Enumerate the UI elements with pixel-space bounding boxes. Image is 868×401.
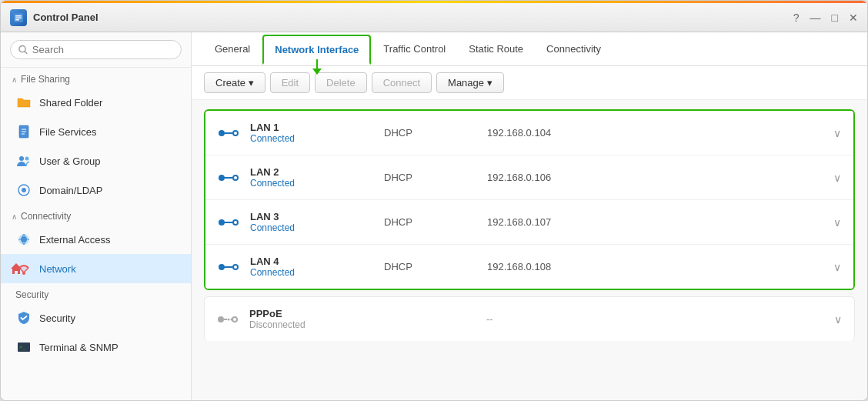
lan2-status[interactable]: Connected — [250, 178, 373, 189]
lan2-type: DHCP — [384, 172, 476, 183]
lan1-name: LAN 1 — [250, 122, 373, 133]
security-icon — [16, 310, 32, 326]
terminal-icon: >_ — [16, 339, 32, 355]
lan2-name-group: LAN 2 Connected — [250, 166, 373, 189]
svg-point-10 — [19, 156, 24, 161]
content-area: General Network Interface Traffic Contro… — [192, 32, 867, 400]
sidebar-item-label: External Access — [39, 234, 111, 246]
edit-button[interactable]: Edit — [270, 72, 310, 93]
sidebar-item-user-group[interactable]: User & Group — [1, 146, 191, 175]
delete-button[interactable]: Delete — [315, 72, 367, 93]
table-row[interactable]: LAN 3 Connected DHCP 192.168.0.107 ∨ — [205, 200, 853, 245]
section-label: File Sharing — [21, 74, 70, 85]
svg-point-24 — [219, 175, 225, 181]
sidebar-search-container — [1, 32, 191, 68]
help-button[interactable]: ? — [793, 12, 800, 23]
arrow-head — [312, 69, 322, 75]
main-layout: ∧ File Sharing Shared Folder — [1, 32, 867, 400]
highlighted-lan-group: LAN 1 Connected DHCP 192.168.0.104 ∨ — [204, 109, 855, 290]
lan-connected-icon — [218, 216, 239, 229]
lan1-type: DHCP — [384, 127, 476, 139]
lan1-expand-icon[interactable]: ∨ — [833, 127, 841, 139]
sidebar-item-network[interactable]: Network — [1, 254, 191, 283]
lan4-ip: 192.168.0.108 — [487, 261, 823, 272]
sidebar-item-label: File Services — [39, 126, 96, 138]
external-access-icon — [16, 232, 32, 247]
search-box[interactable] — [10, 40, 182, 59]
svg-point-27 — [234, 176, 237, 179]
svg-point-38 — [228, 318, 230, 320]
lan-connected-icon — [218, 126, 239, 140]
section-file-sharing[interactable]: ∧ File Sharing — [1, 68, 191, 88]
connect-button[interactable]: Connect — [372, 72, 432, 93]
close-button[interactable]: ✕ — [849, 12, 858, 23]
app-title: Control Panel — [33, 12, 793, 23]
svg-rect-1 — [15, 15, 22, 17]
table-row[interactable]: LAN 4 Connected DHCP 192.168.0.108 ∨ — [205, 245, 853, 289]
sidebar-item-label: Terminal & SNMP — [39, 342, 119, 353]
pppoe-ip: -- — [486, 313, 823, 325]
maximize-button[interactable]: □ — [832, 12, 838, 23]
lan4-name: LAN 4 — [250, 256, 373, 267]
svg-point-13 — [22, 188, 26, 192]
svg-point-35 — [234, 266, 237, 269]
pppoe-icon — [217, 312, 239, 326]
lan4-expand-icon[interactable]: ∨ — [833, 261, 841, 273]
app-icon — [10, 9, 27, 26]
lan4-type: DHCP — [384, 261, 476, 272]
titlebar: Control Panel ? — □ ✕ — [1, 3, 867, 32]
lan3-expand-icon[interactable]: ∨ — [833, 216, 841, 229]
section-security[interactable]: Security — [1, 283, 191, 303]
svg-point-31 — [234, 221, 237, 224]
table-row[interactable]: PPPoE Disconnected -- ∨ — [204, 296, 855, 341]
users-icon — [16, 153, 32, 169]
sidebar-item-label: Security — [39, 312, 75, 324]
lan4-status[interactable]: Connected — [250, 267, 373, 278]
svg-rect-3 — [15, 19, 19, 21]
sidebar-item-terminal[interactable]: >_ Terminal & SNMP — [1, 332, 191, 362]
sidebar-item-shared-folder[interactable]: Shared Folder — [1, 88, 191, 117]
tab-connectivity[interactable]: Connectivity — [536, 35, 612, 62]
lan3-ip: 192.168.0.107 — [487, 216, 823, 228]
control-panel-window: Control Panel ? — □ ✕ ∧ — [0, 0, 868, 401]
svg-rect-2 — [15, 17, 22, 18]
table-row[interactable]: LAN 1 Connected DHCP 192.168.0.104 ∨ — [205, 111, 853, 155]
sidebar-item-file-services[interactable]: File Services — [1, 117, 191, 146]
lan3-name: LAN 3 — [250, 211, 373, 222]
tab-traffic-control[interactable]: Traffic Control — [372, 35, 456, 62]
search-input[interactable] — [32, 44, 173, 55]
svg-point-23 — [234, 132, 237, 135]
create-button[interactable]: Create ▾ — [204, 72, 265, 93]
lan2-expand-icon[interactable]: ∨ — [833, 172, 841, 184]
tab-static-route[interactable]: Static Route — [458, 35, 534, 62]
arrow-line — [316, 59, 318, 69]
sidebar-item-external-access[interactable]: External Access — [1, 225, 191, 254]
svg-point-11 — [25, 157, 29, 161]
svg-text:>_: >_ — [19, 344, 26, 350]
lan-connected-icon — [218, 171, 239, 185]
tab-bar: General Network Interface Traffic Contro… — [192, 32, 867, 66]
pppoe-expand-icon[interactable]: ∨ — [834, 313, 842, 326]
section-connectivity[interactable]: ∧ Connectivity — [1, 205, 191, 225]
pppoe-name: PPPoE — [249, 308, 372, 319]
search-icon — [18, 45, 28, 55]
lan1-name-group: LAN 1 Connected — [250, 122, 373, 144]
pppoe-name-group: PPPoE Disconnected — [249, 308, 372, 330]
lan2-ip: 192.168.0.106 — [487, 172, 823, 183]
sidebar-item-domain-ldap[interactable]: Domain/LDAP — [1, 175, 191, 205]
lan3-status[interactable]: Connected — [250, 222, 373, 233]
sidebar-item-label: User & Group — [39, 155, 100, 167]
sidebar-item-security[interactable]: Security — [1, 303, 191, 332]
tab-general[interactable]: General — [204, 35, 261, 62]
domain-icon — [16, 182, 32, 198]
table-row[interactable]: LAN 2 Connected DHCP 192.168.0.106 ∨ — [205, 155, 853, 200]
section-label: Connectivity — [21, 211, 71, 222]
section-label: Security — [15, 289, 48, 300]
folder-icon — [16, 95, 32, 110]
sidebar: ∧ File Sharing Shared Folder — [1, 32, 192, 400]
lan1-status[interactable]: Connected — [250, 133, 373, 144]
svg-point-36 — [218, 316, 224, 322]
manage-button[interactable]: Manage ▾ — [436, 72, 504, 93]
minimize-button[interactable]: — — [810, 12, 821, 23]
svg-point-28 — [219, 219, 225, 226]
